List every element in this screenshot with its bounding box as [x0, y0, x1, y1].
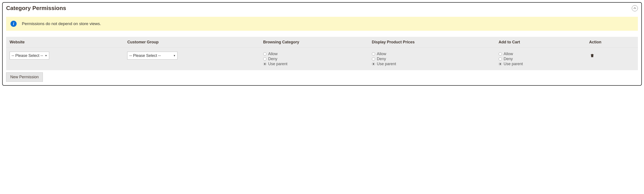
caret-down-icon: ▼ — [173, 54, 176, 57]
header-add-to-cart: Add to Cart — [499, 40, 589, 44]
header-customer-group: Customer Group — [127, 40, 263, 44]
prices-deny-radio[interactable]: Deny — [372, 57, 499, 61]
chevron-up-icon — [634, 7, 636, 9]
info-banner: i Permissions do not depend on store vie… — [6, 17, 638, 31]
display-prices-radiogroup: Allow Deny Use parent — [372, 52, 499, 66]
radio-label: Use parent — [377, 62, 396, 66]
table-header-row: Website Customer Group Browsing Category… — [6, 37, 638, 48]
panel-header: Category Permissions — [6, 5, 638, 11]
radio-icon — [499, 52, 502, 56]
info-text: Permissions do not depend on store views… — [22, 21, 101, 26]
caret-down-icon: ▼ — [45, 54, 47, 57]
customer-group-select[interactable]: -- Please Select -- ▼ — [127, 52, 178, 60]
radio-icon — [499, 57, 502, 61]
radio-icon — [372, 62, 375, 66]
radio-label: Allow — [504, 52, 513, 56]
customer-group-select-value: -- Please Select -- — [129, 53, 161, 58]
browsing-category-radiogroup: Allow Deny Use parent — [263, 52, 372, 66]
cart-use-parent-radio[interactable]: Use parent — [499, 62, 589, 66]
radio-label: Use parent — [268, 62, 288, 66]
new-permission-button[interactable]: New Permission — [6, 72, 43, 82]
radio-label: Allow — [377, 52, 386, 56]
add-to-cart-radiogroup: Allow Deny Use parent — [499, 52, 589, 66]
cart-allow-radio[interactable]: Allow — [499, 52, 589, 56]
browsing-deny-radio[interactable]: Deny — [263, 57, 372, 61]
radio-icon — [263, 52, 266, 56]
prices-use-parent-radio[interactable]: Use parent — [372, 62, 499, 66]
radio-label: Deny — [377, 57, 386, 61]
category-permissions-panel: Category Permissions i Permissions do no… — [2, 2, 642, 86]
header-action: Action — [589, 40, 634, 44]
radio-label: Allow — [268, 52, 278, 56]
browsing-use-parent-radio[interactable]: Use parent — [263, 62, 372, 66]
radio-icon — [372, 57, 375, 61]
radio-icon — [263, 57, 266, 61]
radio-icon — [263, 62, 266, 66]
radio-label: Use parent — [504, 62, 523, 66]
website-select-value: -- Please Select -- — [12, 53, 43, 58]
radio-icon — [372, 52, 375, 56]
radio-icon — [499, 62, 502, 66]
cart-deny-radio[interactable]: Deny — [499, 57, 589, 61]
header-display-prices: Display Product Prices — [372, 40, 499, 44]
panel-title: Category Permissions — [6, 5, 66, 11]
radio-label: Deny — [268, 57, 278, 61]
trash-icon — [590, 53, 594, 58]
browsing-allow-radio[interactable]: Allow — [263, 52, 372, 56]
collapse-button[interactable] — [632, 5, 638, 11]
header-website: Website — [10, 40, 127, 44]
prices-allow-radio[interactable]: Allow — [372, 52, 499, 56]
info-icon: i — [10, 21, 16, 27]
website-select[interactable]: -- Please Select -- ▼ — [10, 52, 49, 60]
radio-label: Deny — [504, 57, 513, 61]
header-browsing-category: Browsing Category — [263, 40, 372, 44]
permission-row: -- Please Select -- ▼ -- Please Select -… — [6, 48, 638, 70]
permissions-table: Website Customer Group Browsing Category… — [6, 37, 638, 70]
delete-permission-button[interactable] — [589, 53, 595, 59]
